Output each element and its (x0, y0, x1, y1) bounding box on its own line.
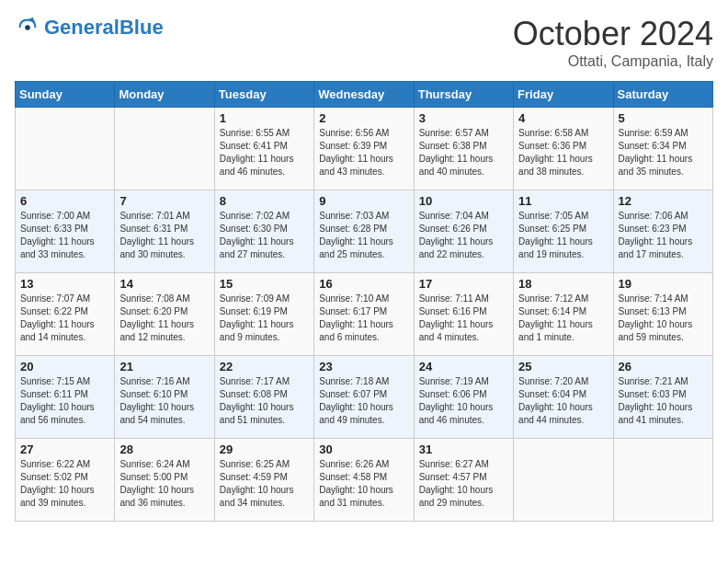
table-row: 30Sunrise: 6:26 AM Sunset: 4:58 PM Dayli… (314, 439, 414, 522)
week-row-3: 20Sunrise: 7:15 AM Sunset: 6:11 PM Dayli… (16, 356, 713, 439)
month-title: October 2024 (513, 15, 713, 53)
table-row: 6Sunrise: 7:00 AM Sunset: 6:33 PM Daylig… (16, 190, 115, 273)
table-row: 11Sunrise: 7:05 AM Sunset: 6:25 PM Dayli… (514, 190, 613, 273)
calendar-header: Sunday Monday Tuesday Wednesday Thursday… (16, 82, 713, 108)
day-number: 28 (119, 442, 209, 456)
header-row: Sunday Monday Tuesday Wednesday Thursday… (16, 82, 713, 108)
table-row: 13Sunrise: 7:07 AM Sunset: 6:22 PM Dayli… (16, 273, 115, 356)
cell-info: Sunrise: 7:19 AM Sunset: 6:06 PM Dayligh… (419, 375, 508, 427)
cell-info: Sunrise: 7:15 AM Sunset: 6:11 PM Dayligh… (20, 375, 109, 427)
cell-info: Sunrise: 6:56 AM Sunset: 6:39 PM Dayligh… (319, 127, 408, 178)
logo-icon (15, 15, 40, 40)
table-row: 21Sunrise: 7:16 AM Sunset: 6:10 PM Dayli… (115, 356, 214, 439)
cell-info: Sunrise: 7:06 AM Sunset: 6:23 PM Dayligh… (619, 210, 708, 261)
table-row: 29Sunrise: 6:25 AM Sunset: 4:59 PM Dayli… (214, 439, 313, 522)
day-number: 11 (518, 194, 608, 208)
table-row (514, 439, 613, 522)
cell-info: Sunrise: 6:57 AM Sunset: 6:38 PM Dayligh… (419, 127, 508, 178)
day-number: 31 (419, 442, 508, 456)
day-number: 25 (518, 360, 608, 373)
col-wednesday: Wednesday (314, 82, 414, 108)
day-number: 13 (20, 277, 109, 291)
day-number: 10 (419, 194, 508, 208)
table-row: 19Sunrise: 7:14 AM Sunset: 6:13 PM Dayli… (613, 273, 712, 356)
location: Ottati, Campania, Italy (513, 53, 713, 70)
day-number: 21 (119, 360, 209, 373)
cell-info: Sunrise: 7:21 AM Sunset: 6:03 PM Dayligh… (619, 375, 708, 427)
calendar-body: 1Sunrise: 6:55 AM Sunset: 6:41 PM Daylig… (16, 108, 713, 522)
cell-info: Sunrise: 7:02 AM Sunset: 6:30 PM Dayligh… (220, 210, 309, 261)
day-number: 5 (619, 111, 708, 125)
table-row (613, 439, 712, 522)
day-number: 1 (220, 111, 309, 125)
col-monday: Monday (115, 82, 214, 108)
table-row: 26Sunrise: 7:21 AM Sunset: 6:03 PM Dayli… (613, 356, 712, 439)
table-row: 5Sunrise: 6:59 AM Sunset: 6:34 PM Daylig… (613, 108, 712, 190)
table-row: 8Sunrise: 7:02 AM Sunset: 6:30 PM Daylig… (214, 190, 313, 273)
week-row-1: 6Sunrise: 7:00 AM Sunset: 6:33 PM Daylig… (16, 190, 713, 273)
cell-info: Sunrise: 7:14 AM Sunset: 6:13 PM Dayligh… (619, 293, 708, 344)
cell-info: Sunrise: 7:04 AM Sunset: 6:26 PM Dayligh… (419, 210, 508, 261)
day-number: 3 (419, 111, 508, 125)
table-row: 20Sunrise: 7:15 AM Sunset: 6:11 PM Dayli… (16, 356, 115, 439)
cell-info: Sunrise: 7:03 AM Sunset: 6:28 PM Dayligh… (319, 210, 408, 261)
table-row: 18Sunrise: 7:12 AM Sunset: 6:14 PM Dayli… (514, 273, 613, 356)
cell-info: Sunrise: 7:08 AM Sunset: 6:20 PM Dayligh… (119, 293, 209, 344)
table-row: 10Sunrise: 7:04 AM Sunset: 6:26 PM Dayli… (414, 190, 513, 273)
day-number: 9 (319, 194, 408, 208)
table-row: 15Sunrise: 7:09 AM Sunset: 6:19 PM Dayli… (214, 273, 313, 356)
day-number: 6 (20, 194, 109, 208)
cell-info: Sunrise: 7:01 AM Sunset: 6:31 PM Dayligh… (119, 210, 209, 261)
cell-info: Sunrise: 7:09 AM Sunset: 6:19 PM Dayligh… (220, 293, 309, 344)
table-row: 31Sunrise: 6:27 AM Sunset: 4:57 PM Dayli… (414, 439, 513, 522)
day-number: 19 (619, 277, 708, 291)
table-row: 1Sunrise: 6:55 AM Sunset: 6:41 PM Daylig… (214, 108, 313, 190)
table-row: 28Sunrise: 6:24 AM Sunset: 5:00 PM Dayli… (115, 439, 214, 522)
cell-info: Sunrise: 6:27 AM Sunset: 4:57 PM Dayligh… (419, 458, 508, 510)
cell-info: Sunrise: 7:12 AM Sunset: 6:14 PM Dayligh… (518, 293, 608, 344)
cell-info: Sunrise: 7:05 AM Sunset: 6:25 PM Dayligh… (518, 210, 608, 261)
table-row: 23Sunrise: 7:18 AM Sunset: 6:07 PM Dayli… (314, 356, 414, 439)
col-friday: Friday (514, 82, 613, 108)
cell-info: Sunrise: 7:11 AM Sunset: 6:16 PM Dayligh… (419, 293, 508, 344)
table-row: 3Sunrise: 6:57 AM Sunset: 6:38 PM Daylig… (414, 108, 513, 190)
cell-info: Sunrise: 7:10 AM Sunset: 6:17 PM Dayligh… (319, 293, 408, 344)
cell-info: Sunrise: 6:58 AM Sunset: 6:36 PM Dayligh… (518, 127, 608, 178)
cell-info: Sunrise: 7:20 AM Sunset: 6:04 PM Dayligh… (518, 375, 608, 427)
table-row: 16Sunrise: 7:10 AM Sunset: 6:17 PM Dayli… (314, 273, 414, 356)
day-number: 20 (20, 360, 109, 373)
cell-info: Sunrise: 7:07 AM Sunset: 6:22 PM Dayligh… (20, 293, 109, 344)
title-block: October 2024 Ottati, Campania, Italy (513, 15, 713, 70)
table-row: 22Sunrise: 7:17 AM Sunset: 6:08 PM Dayli… (214, 356, 313, 439)
col-tuesday: Tuesday (214, 82, 313, 108)
table-row: 2Sunrise: 6:56 AM Sunset: 6:39 PM Daylig… (314, 108, 414, 190)
svg-point-0 (25, 25, 30, 30)
logo-text: GeneralBlue (44, 17, 164, 38)
day-number: 18 (518, 277, 608, 291)
table-row: 12Sunrise: 7:06 AM Sunset: 6:23 PM Dayli… (613, 190, 712, 273)
day-number: 22 (220, 360, 309, 373)
cell-info: Sunrise: 7:17 AM Sunset: 6:08 PM Dayligh… (220, 375, 309, 427)
logo-blue: Blue (119, 16, 164, 39)
cell-info: Sunrise: 6:25 AM Sunset: 4:59 PM Dayligh… (220, 458, 309, 510)
table-row: 4Sunrise: 6:58 AM Sunset: 6:36 PM Daylig… (514, 108, 613, 190)
col-sunday: Sunday (16, 82, 115, 108)
day-number: 27 (20, 442, 109, 456)
logo-general: General (44, 16, 119, 39)
table-row: 7Sunrise: 7:01 AM Sunset: 6:31 PM Daylig… (115, 190, 214, 273)
cell-info: Sunrise: 7:18 AM Sunset: 6:07 PM Dayligh… (319, 375, 408, 427)
day-number: 7 (119, 194, 209, 208)
day-number: 8 (220, 194, 309, 208)
calendar-table: Sunday Monday Tuesday Wednesday Thursday… (15, 81, 713, 522)
day-number: 24 (419, 360, 508, 373)
week-row-0: 1Sunrise: 6:55 AM Sunset: 6:41 PM Daylig… (16, 108, 713, 190)
day-number: 2 (319, 111, 408, 125)
table-row: 25Sunrise: 7:20 AM Sunset: 6:04 PM Dayli… (514, 356, 613, 439)
day-number: 14 (119, 277, 209, 291)
table-row: 24Sunrise: 7:19 AM Sunset: 6:06 PM Dayli… (414, 356, 513, 439)
table-row: 9Sunrise: 7:03 AM Sunset: 6:28 PM Daylig… (314, 190, 414, 273)
day-number: 16 (319, 277, 408, 291)
cell-info: Sunrise: 7:00 AM Sunset: 6:33 PM Dayligh… (20, 210, 109, 261)
cell-info: Sunrise: 6:55 AM Sunset: 6:41 PM Dayligh… (220, 127, 309, 178)
table-row (16, 108, 115, 190)
